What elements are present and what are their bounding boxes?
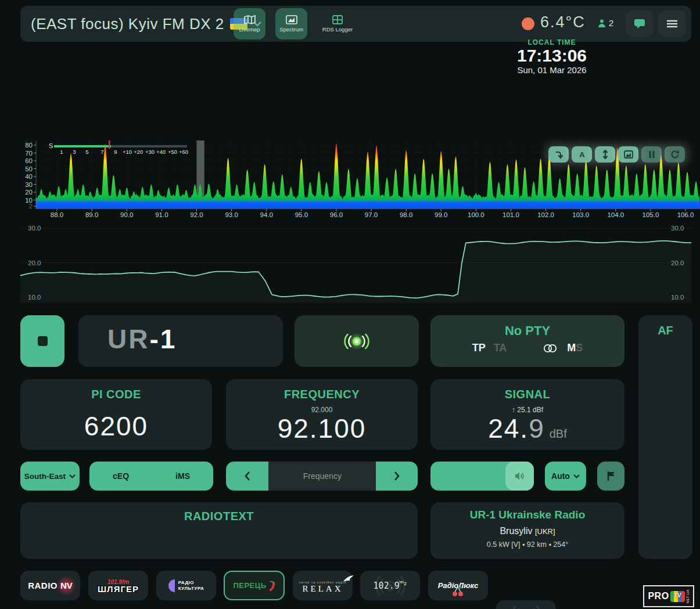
signal-peak-value: 25.1 dBf [517,406,543,414]
pi-code-title: PI CODE [20,388,212,401]
livemap-button[interactable]: Livemap [234,8,265,39]
svg-text:101.0: 101.0 [502,211,519,218]
svg-text:98.0: 98.0 [400,211,412,218]
frequency-stepper [226,462,418,491]
eq-ims-toggle-group: cEQ iMS [89,462,213,491]
ta-flag: TA [494,342,507,354]
mode-select-value: Auto [551,471,570,481]
stereo-beacon-icon [336,330,378,353]
ims-toggle[interactable]: iMS [175,471,190,481]
svg-text:9: 9 [114,149,117,155]
protv-domain: NET.UA [686,589,690,603]
station-tile-radio-kultura[interactable]: РАДІОКУЛЬТУРА [156,571,216,600]
signal-unit: dBf [550,427,567,440]
ms-m: M [567,342,576,354]
station-tile-102-9[interactable]: 102.9MHz [360,571,420,600]
station-tile-shlyager[interactable]: 101.9fm ШЛЯГЕР [88,571,148,600]
svg-text:+40: +40 [156,149,166,155]
pepper-icon [268,581,275,591]
flag-icon [606,471,616,481]
local-clock: LOCAL TIME 17:13:06 Sun, 01 Mar 2026 [500,38,604,75]
station-name-panel: UR-1 [78,315,283,367]
frequency-up-button[interactable] [376,462,418,491]
station-tile-radio-nv[interactable]: RADIO NV [20,571,80,600]
frequency-down-button[interactable] [226,462,268,491]
protv-watermark: PRO TV NET.UA [643,585,694,607]
map-icon [244,15,256,24]
svg-text:30: 30 [25,181,33,188]
spectrum-button[interactable]: Spectrum [275,8,307,39]
af-list-panel: AF [638,315,692,559]
temperature-readout: 6.4°C [540,13,586,31]
perets-label: ПЕРЕЦЬ [233,581,266,590]
frequency-panel: FREQUENCY 92.000 92.100 [226,379,418,450]
chevron-left-icon [245,471,250,481]
signal-title: SIGNAL [430,388,624,401]
spectrum-pause-button[interactable] [641,146,662,163]
play-stop-button[interactable] [20,315,64,367]
antenna-select[interactable]: South-East [20,462,80,491]
svg-text:105.0: 105.0 [642,211,659,218]
frequency-title: FREQUENCY [226,388,418,401]
signal-panel: SIGNAL ↑ 25.1 dBf 24.9dBf [430,379,624,450]
rds-ps-name: UR-1 [107,323,177,355]
menu-button[interactable] [658,10,686,37]
report-flag-button[interactable] [597,462,624,491]
transmitter-location: Brusyliv [UKR] [430,526,624,536]
spectrum-refresh-button[interactable] [665,146,685,163]
svg-text:99.0: 99.0 [435,211,447,218]
svg-text:+10: +10 [123,149,132,155]
svg-text:88.0: 88.0 [51,211,63,218]
svg-text:100.0: 100.0 [468,211,484,218]
svg-text:1: 1 [60,149,63,155]
chevron-right-icon [394,471,400,481]
transmitter-details: 0.5 kW [V] ▪ 92 km ▪ 254° [430,540,624,549]
stereo-circles-icon [541,344,559,353]
mode-select[interactable]: Auto [545,462,586,491]
svg-text:20: 20 [25,189,33,196]
person-icon [597,19,606,28]
local-date-value: Sun, 01 Mar 2026 [500,65,604,75]
local-time-value: 17:13:06 [500,46,604,65]
station-tile-radio-lux[interactable]: РадіоЛюкс [428,571,488,600]
tp-flag: TP [472,342,486,354]
radio-nv-accent: NV [60,581,73,590]
svg-text:5: 5 [85,149,88,155]
half-circle-icon [168,579,175,592]
svg-text:50: 50 [25,165,33,172]
shlyager-label: ШЛЯГЕР [98,586,139,593]
cherry-icon [451,586,464,597]
svg-text:S: S [49,142,53,149]
volume-slider[interactable] [430,462,534,491]
rds-logger-button[interactable]: RDS Logger [317,8,358,39]
arrow-turn-down-icon [554,150,563,159]
station-tile-106-9[interactable]: 106.9MHz [496,600,556,609]
transmitter-city: Brusyliv [500,526,532,536]
spectrum-vertical-zoom-button[interactable] [595,146,615,163]
pty-value: No PTY [430,323,624,338]
spectrum-snap-down-button[interactable] [548,146,569,163]
frequency-exact-value: 92.000 [226,406,418,414]
ceq-toggle[interactable]: cEQ [113,471,129,481]
spectrum-autoscale-button[interactable]: A [572,146,592,163]
chat-button[interactable] [626,10,654,37]
af-list-title: AF [638,324,692,337]
chevron-down-icon [573,474,580,478]
svg-text:+60: +60 [179,149,188,155]
svg-text:70: 70 [25,150,33,157]
station-tile-relax[interactable]: легке та спокійне радіо RELAX [293,571,353,600]
ps-name-dim: UR [107,324,149,354]
svg-text:80: 80 [25,142,33,149]
volume-slider-thumb[interactable] [505,462,534,491]
station-tile-perets-selected[interactable]: ПЕРЕЦЬ [224,571,285,600]
server-title-dropdown[interactable]: (EAST focus) Kyiv FM DX 2 [31,6,261,42]
spectrum-graph-style-button[interactable] [618,146,638,163]
spectrum-label: Spectrum [279,26,303,33]
svg-text:93.0: 93.0 [225,211,238,218]
chevron-down-icon [69,474,76,478]
svg-text:97.0: 97.0 [365,211,378,218]
ps-name-bright: -1 [149,324,177,354]
frequency-input[interactable] [268,462,376,491]
volume-icon [515,471,525,481]
pause-icon [647,150,656,159]
